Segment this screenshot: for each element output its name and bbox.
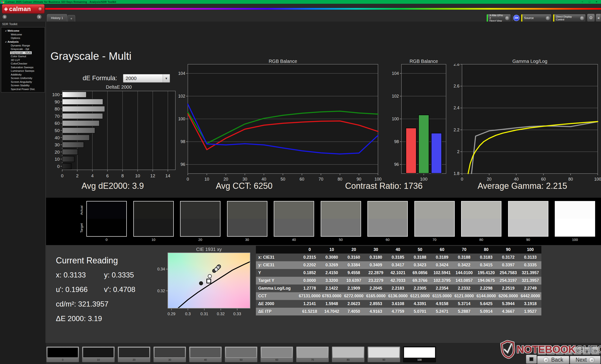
sidebar-item-luminance-sweeps[interactable]: Luminance Sweeps [2,69,45,73]
maximize-button[interactable]: □ [586,0,593,4]
ramp-row-label-target: Target [79,219,84,237]
sidebar-item-screen-angularity[interactable]: Screen Angularity [2,80,45,84]
svg-text:10: 10 [135,173,140,178]
patch-button-60[interactable]: 60 [260,346,293,362]
stop-measure-button[interactable] [526,354,537,364]
svg-text:70: 70 [55,114,60,119]
sidebar-item-screen-uniformity[interactable]: Screen Uniformity [2,77,45,80]
sidebar-item-grayscale-multi[interactable]: Grayscale - Multi [2,51,45,55]
table-cell: 2.2519 [497,285,519,292]
next-button[interactable]: Next » [570,356,601,364]
svg-text:2.4: 2.4 [454,105,460,110]
meter-toolbar-button[interactable] [547,347,555,355]
close-button[interactable]: × [593,0,600,4]
tree-section-analysis[interactable]: Analysis [2,40,45,44]
de-formula-select[interactable]: 2000 ▼ [123,74,170,83]
table-cell: 0.2202 [299,261,321,269]
svg-text:0.33: 0.33 [233,312,241,316]
meter-toolbar-button[interactable] [538,347,546,355]
table-cell: 69.0856 [409,269,431,277]
row-label: y: CIE31 [256,261,299,269]
svg-text:100: 100 [52,92,60,97]
svg-text:12: 12 [150,173,155,178]
patch-button-80[interactable]: 80 [332,346,365,362]
ramp-target-30 [228,219,267,236]
collapse-panel-button[interactable]: ◀ [596,14,601,22]
ramp-target-90 [509,219,548,236]
table-cell: 7.4050 [343,308,365,316]
collapse-sidebar-button[interactable]: ◀ [37,14,42,19]
svg-text:96: 96 [180,162,185,167]
patch-button-10[interactable]: 10 [82,346,115,362]
table-cell: 5.3944 [497,300,519,308]
patch-swatch [404,347,435,358]
sidebar-item-additivity[interactable]: Additivity [2,73,45,77]
patch-button-50[interactable]: 50 [225,346,258,362]
calman-menu-button[interactable]: ◈ calman ▼ [2,4,45,14]
svg-text:90: 90 [55,99,60,104]
patch-button-0[interactable]: 0 [46,346,79,362]
ramp-actual-0 [87,201,126,219]
table-cell: 144.0100 [453,269,475,277]
tree-expander-icon[interactable] [5,30,6,31]
ramp-swatch-10 [133,201,174,237]
meter-dropdown[interactable]: X-Rite i1Pro 2 Direct View ▼ [486,14,511,22]
meter-toolbar-button[interactable] [564,347,573,355]
sidebar-item-color-gamut[interactable]: Color Gamut [2,55,45,58]
display-control-dropdown[interactable]: Direct Display Control ▼ [553,14,586,22]
tab-history-1[interactable]: History 1 [47,14,67,22]
meter-count-badge[interactable]: 239 [513,15,520,21]
table-cell: 6144.0000 [475,292,497,300]
settings-button[interactable]: ⚙ [587,14,595,22]
meter-toolbar-button[interactable] [555,347,564,355]
meter-toolbar-button[interactable] [591,347,600,355]
patch-button-40[interactable]: 40 [189,346,222,362]
table-cell: 0.3185 [387,254,409,261]
sidebar-item-grayscale-2pt[interactable]: Grayscale - 2pt [2,47,45,51]
rgb-balance-bar-chart: 9698100102104100 [388,64,451,181]
svg-text:0: 0 [57,164,60,169]
table-cell: 0.3133 [519,254,541,261]
ramp-swatch-0 [86,201,127,237]
sidebar-item-saturation-sweeps[interactable]: Saturation Sweeps [2,66,45,69]
sidebar-item-colorchecker[interactable]: ColorChecker [2,62,45,66]
sidebar-item-welcome[interactable]: Welcome [2,33,45,36]
sidebar-item-options[interactable]: Options [2,36,45,40]
session-indicator-button[interactable] [2,15,7,19]
svg-text:0.34: 0.34 [157,267,165,271]
meter-toolbar-button[interactable] [582,347,591,355]
ramp-label-60: 60 [367,238,408,242]
chevron-down-icon: ▼ [38,7,42,11]
table-row: Gamma Log/Log1.27782.14222.19092.20452.2… [256,285,541,292]
meter-toolbar-button[interactable] [573,347,582,355]
ramp-label-70: 70 [414,238,455,242]
sidebar-item-screen-stability[interactable]: Screen Stability [2,84,45,87]
back-button[interactable]: « Back [537,356,569,364]
patch-label: 80 [333,358,364,362]
tree-section-welcome[interactable]: Welcome [2,29,45,33]
patch-button-20[interactable]: 20 [118,346,150,362]
patch-button-30[interactable]: 30 [153,346,186,362]
table-cell: 2.8553 [365,300,387,308]
svg-text:100: 100 [392,116,399,121]
sidebar-item-dynamic-range[interactable]: Dynamic Range [2,44,45,47]
table-cell: 1.9527 [519,308,541,316]
meter-accent [487,14,488,22]
table-column-40: 40 [387,246,409,254]
sidebar-item-3d-lut[interactable]: 3D LUT [2,58,45,62]
ramp-swatch-90 [508,201,548,237]
svg-text:0: 0 [461,177,463,181]
minimize-button[interactable]: – [579,0,586,4]
patch-button-100[interactable]: 100 [403,346,436,362]
add-tab-button[interactable]: + [68,15,75,22]
svg-text:40: 40 [514,177,519,181]
patch-button-90[interactable]: 90 [367,346,400,362]
chevrons-right-icon: » [589,357,595,363]
sidebar-item-spectral-power-dist-[interactable]: Spectral Power Dist. [2,87,45,91]
measurement-table: 0102030405060708090100x: CIE310.23150.30… [256,246,541,316]
tree-expander-icon[interactable] [5,41,6,42]
table-row: ΔE ITP61.521814.70427.40504.91634.77595.… [256,308,541,316]
toolbar-glyph-icon [576,349,579,353]
patch-button-70[interactable]: 70 [296,346,329,362]
source-dropdown[interactable]: Source ▼ [521,14,551,22]
